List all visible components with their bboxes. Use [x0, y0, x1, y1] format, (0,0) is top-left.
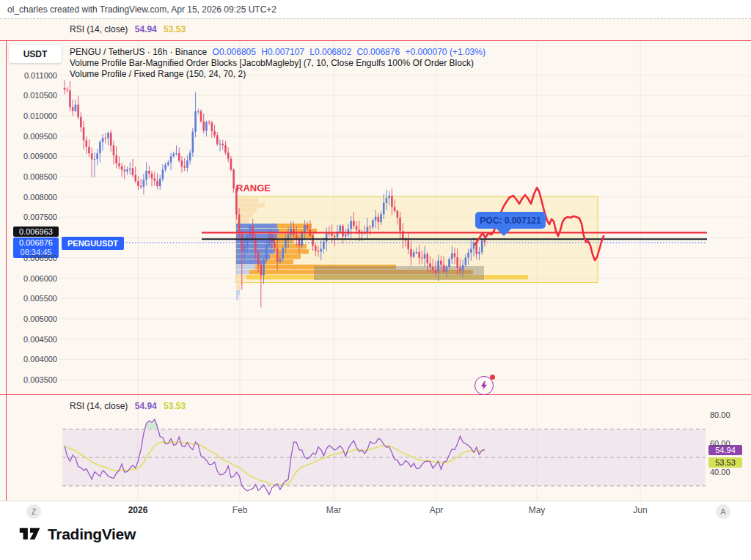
candle	[167, 162, 169, 164]
candle	[183, 166, 186, 168]
rsi-pane-value: 54.94	[135, 401, 157, 411]
ohlc-open: O0.006805	[213, 47, 256, 57]
candle	[331, 233, 333, 235]
timeline-jump-button-left[interactable]: Z	[26, 504, 41, 519]
candle	[386, 198, 388, 203]
ohlc-high: H0.007107	[261, 47, 304, 57]
legend-indicator-orderblocks[interactable]: Volume Profile Bar-Magnified Order Block…	[70, 58, 486, 69]
candle	[285, 240, 287, 248]
candle	[304, 225, 306, 232]
candle	[432, 267, 434, 270]
candle	[205, 122, 208, 131]
candle	[216, 136, 219, 144]
volume-profile-bar	[236, 224, 277, 228]
candle	[151, 174, 153, 178]
candle	[85, 140, 87, 147]
candle	[339, 226, 341, 232]
lightning-alert-button[interactable]	[475, 376, 494, 395]
candle	[391, 196, 393, 207]
candle	[383, 203, 385, 215]
candle	[121, 166, 123, 170]
candle	[274, 243, 276, 248]
symbol-title: PENGU / TetherUS · 16h · Binance	[70, 47, 207, 57]
candle	[380, 214, 382, 222]
candle	[126, 169, 128, 172]
candle	[421, 258, 423, 259]
lightning-icon	[478, 380, 490, 391]
candle	[437, 261, 439, 273]
candle	[118, 163, 120, 166]
candle	[164, 165, 166, 170]
candle	[66, 89, 68, 90]
candle	[440, 261, 442, 265]
candle	[243, 245, 246, 251]
candle	[451, 253, 453, 259]
candle	[213, 131, 216, 136]
volume-profile-bar	[236, 198, 258, 202]
candle	[350, 221, 352, 229]
candle	[372, 220, 374, 226]
rsi-pane-ma-value: 53.53	[164, 401, 186, 411]
candle	[246, 236, 249, 245]
candle	[64, 88, 66, 90]
candle	[276, 248, 279, 262]
currency-toggle-button[interactable]: USDT	[9, 45, 62, 63]
candle	[484, 240, 486, 242]
candle	[99, 142, 101, 153]
candle	[356, 226, 358, 230]
candle	[318, 251, 320, 251]
volume-profile-bar	[274, 249, 309, 254]
candle	[342, 226, 344, 236]
ohlc-change: +0.000070 (+1.03%)	[405, 47, 485, 57]
chart-canvas	[0, 0, 751, 560]
candle	[221, 144, 224, 145]
rsi-layer	[62, 419, 706, 495]
candle	[410, 249, 412, 257]
candle	[481, 240, 483, 252]
volume-profile-bar	[236, 218, 249, 223]
volume-profile-bar	[236, 254, 270, 259]
candle	[348, 229, 350, 234]
candle	[211, 122, 213, 131]
legend-symbol-row[interactable]: PENGU / TetherUS · 16h · Binance O0.0068…	[70, 47, 486, 58]
candle	[435, 270, 437, 273]
candle	[478, 252, 480, 254]
timeline-jump-button-right[interactable]: A	[716, 504, 730, 519]
legend-indicator-volumeprofile[interactable]: Volume Profile / Fixed Range (150, 24, 7…	[70, 69, 486, 80]
rsi-pane-legend[interactable]: RSI (14, close) 54.94 53.53	[70, 401, 186, 411]
order-block-box	[314, 266, 484, 280]
candle	[413, 252, 415, 257]
candle	[110, 133, 112, 145]
candle	[265, 245, 268, 260]
candle	[208, 122, 210, 123]
candle	[418, 252, 420, 258]
candle	[394, 207, 396, 211]
candle	[75, 105, 77, 111]
candle	[113, 145, 115, 155]
candle	[96, 153, 98, 159]
candle	[91, 153, 93, 159]
candle	[238, 215, 241, 234]
candle	[279, 259, 282, 262]
candle	[467, 253, 469, 258]
candle	[175, 153, 177, 154]
candle	[416, 252, 418, 253]
candle	[426, 254, 428, 264]
candle	[173, 154, 175, 157]
candle	[159, 179, 161, 186]
candle	[219, 144, 221, 144]
candle	[315, 246, 317, 251]
candle	[170, 156, 172, 162]
symbol-price-label[interactable]: PENGUUSDT	[62, 237, 124, 250]
candle	[397, 211, 399, 218]
candle	[143, 180, 145, 187]
candle	[388, 196, 390, 198]
volume-profile-bar	[236, 280, 243, 284]
candle	[407, 240, 409, 249]
candle	[263, 260, 265, 275]
candle	[326, 233, 328, 241]
candle	[312, 235, 314, 246]
candle	[102, 138, 104, 142]
candle	[334, 236, 336, 237]
candle	[189, 152, 191, 161]
